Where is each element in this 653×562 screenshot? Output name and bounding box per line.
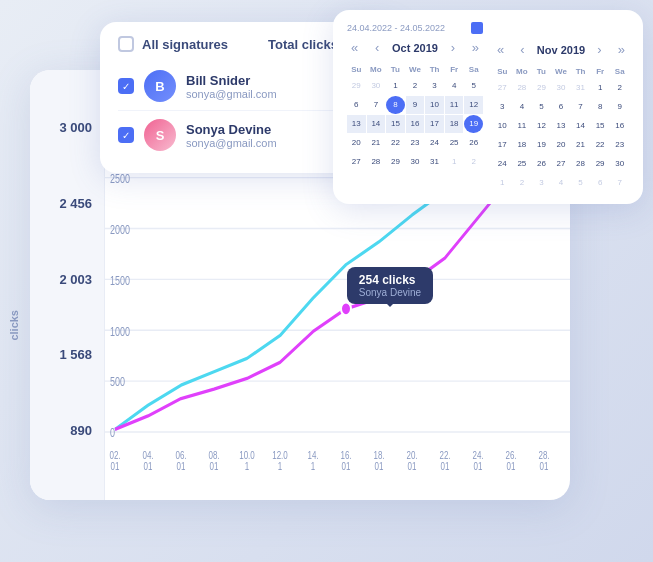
cal-day[interactable]: 21: [367, 134, 386, 152]
cal-day-header: We: [406, 63, 425, 76]
cal-prev-btn[interactable]: «: [347, 38, 362, 57]
cal-day[interactable]: 26: [532, 155, 551, 173]
sig-name-group-bill: Bill Snider sonya@gmail.com: [186, 73, 334, 100]
cal-prev-btn-r[interactable]: «: [493, 40, 508, 59]
cal-day[interactable]: 6: [552, 98, 571, 116]
cal-day[interactable]: 14: [571, 117, 590, 135]
y-axis-item: 3 000: [30, 90, 104, 166]
cal-month-right: Nov 2019: [537, 44, 585, 56]
cal-day[interactable]: 15: [386, 115, 405, 133]
cal-day[interactable]: 31: [425, 153, 444, 171]
cal-day[interactable]: 15: [591, 117, 610, 135]
cal-day[interactable]: 17: [493, 136, 512, 154]
cal-day[interactable]: 25: [445, 134, 464, 152]
cal-next-month-btn-r[interactable]: ›: [593, 40, 605, 59]
cal-day[interactable]: 26: [464, 134, 483, 152]
cal-day[interactable]: 5: [532, 98, 551, 116]
cal-day[interactable]: 25: [513, 155, 532, 173]
cal-day[interactable]: 29: [591, 155, 610, 173]
cal-day[interactable]: 18: [445, 115, 464, 133]
cal-day[interactable]: 27: [552, 155, 571, 173]
cal-day[interactable]: 17: [425, 115, 444, 133]
cal-day[interactable]: 14: [367, 115, 386, 133]
select-all-checkbox[interactable]: [118, 36, 134, 52]
cal-day[interactable]: 13: [347, 115, 366, 133]
cal-prev-month-btn[interactable]: ‹: [371, 38, 383, 57]
cal-day[interactable]: 22: [591, 136, 610, 154]
cal-day[interactable]: 4: [552, 174, 571, 192]
cal-day[interactable]: 19: [532, 136, 551, 154]
svg-text:1: 1: [278, 459, 282, 471]
cal-day[interactable]: 2: [464, 153, 483, 171]
cal-day[interactable]: 9: [406, 96, 425, 114]
sig-name-sonya: Sonya Devine: [186, 122, 334, 137]
cal-day[interactable]: 10: [493, 117, 512, 135]
cal-day[interactable]: 3: [425, 77, 444, 95]
cal-day[interactable]: 29: [386, 153, 405, 171]
calendar-card: 24.04.2022 - 24.05.2022 « ‹ Oct 2019 › »…: [333, 10, 643, 204]
cal-day[interactable]: 6: [591, 174, 610, 192]
cal-day[interactable]: 28: [571, 155, 590, 173]
cal-next-btn[interactable]: »: [468, 38, 483, 57]
cal-day[interactable]: 31: [571, 79, 590, 97]
cal-prev-month-btn-r[interactable]: ‹: [516, 40, 528, 59]
cal-day[interactable]: 28: [367, 153, 386, 171]
cal-day[interactable]: 8: [386, 96, 405, 114]
cal-day[interactable]: 12: [532, 117, 551, 135]
cal-day[interactable]: 11: [445, 96, 464, 114]
cal-day[interactable]: 24: [493, 155, 512, 173]
cal-day[interactable]: 9: [610, 98, 629, 116]
cal-next-btn-r[interactable]: »: [614, 40, 629, 59]
cal-day[interactable]: 23: [610, 136, 629, 154]
cal-day[interactable]: 19: [464, 115, 483, 133]
cal-day[interactable]: 2: [610, 79, 629, 97]
cal-day[interactable]: 30: [367, 77, 386, 95]
cal-day[interactable]: 27: [347, 153, 366, 171]
cal-day[interactable]: 18: [513, 136, 532, 154]
cal-day[interactable]: 1: [386, 77, 405, 95]
cal-day[interactable]: 5: [464, 77, 483, 95]
cal-day[interactable]: 29: [347, 77, 366, 95]
cal-day[interactable]: 12: [464, 96, 483, 114]
cal-day[interactable]: 4: [513, 98, 532, 116]
cal-icon: [471, 22, 483, 34]
clicks-y-label: clicks: [8, 310, 20, 341]
cal-day[interactable]: 28: [513, 79, 532, 97]
cal-day[interactable]: 21: [571, 136, 590, 154]
cal-day[interactable]: 3: [493, 98, 512, 116]
cal-day[interactable]: 1: [445, 153, 464, 171]
cal-day[interactable]: 3: [532, 174, 551, 192]
cal-day[interactable]: 29: [532, 79, 551, 97]
cal-day[interactable]: 2: [513, 174, 532, 192]
cal-day[interactable]: 1: [591, 79, 610, 97]
cal-day[interactable]: 5: [571, 174, 590, 192]
cal-day[interactable]: 30: [552, 79, 571, 97]
cal-day[interactable]: 22: [386, 134, 405, 152]
cal-day[interactable]: 16: [406, 115, 425, 133]
cal-day[interactable]: 20: [552, 136, 571, 154]
cal-day[interactable]: 27: [493, 79, 512, 97]
cal-day[interactable]: 8: [591, 98, 610, 116]
cal-day[interactable]: 20: [347, 134, 366, 152]
svg-text:1: 1: [245, 459, 249, 471]
cal-day[interactable]: 30: [406, 153, 425, 171]
cal-day[interactable]: 13: [552, 117, 571, 135]
cal-day[interactable]: 2: [406, 77, 425, 95]
cal-day[interactable]: 1: [493, 174, 512, 192]
y-axis-item: 2 003: [30, 241, 104, 317]
cal-day[interactable]: 7: [571, 98, 590, 116]
cal-day[interactable]: 7: [610, 174, 629, 192]
user-checkbox-sonya[interactable]: ✓: [118, 127, 134, 143]
cal-day[interactable]: 10: [425, 96, 444, 114]
cal-day[interactable]: 16: [610, 117, 629, 135]
cal-day[interactable]: 7: [367, 96, 386, 114]
cal-day[interactable]: 6: [347, 96, 366, 114]
cal-day-header: Mo: [367, 63, 386, 76]
cal-next-month-btn[interactable]: ›: [447, 38, 459, 57]
user-checkbox-bill[interactable]: ✓: [118, 78, 134, 94]
cal-day[interactable]: 11: [513, 117, 532, 135]
cal-day[interactable]: 4: [445, 77, 464, 95]
cal-day[interactable]: 24: [425, 134, 444, 152]
cal-day[interactable]: 30: [610, 155, 629, 173]
cal-day[interactable]: 23: [406, 134, 425, 152]
